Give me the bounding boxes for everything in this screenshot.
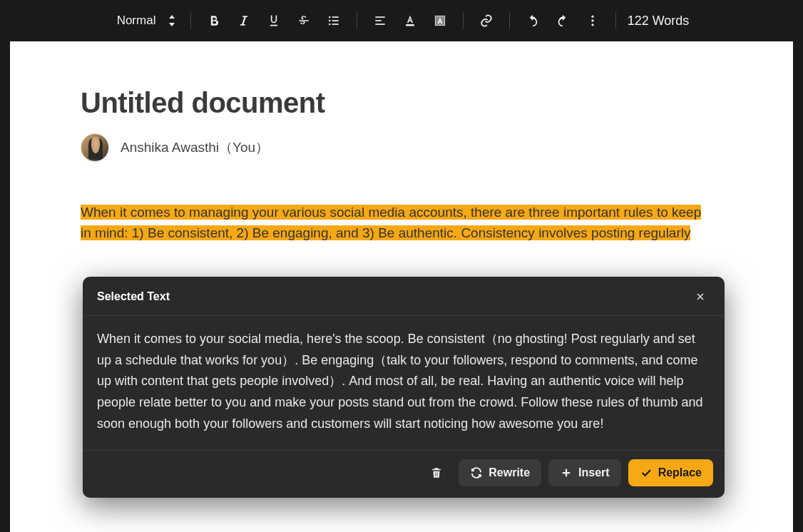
divider (615, 12, 616, 29)
bullet-list-button[interactable] (321, 8, 347, 34)
svg-point-2 (329, 24, 331, 26)
divider (509, 12, 510, 29)
bold-button[interactable] (201, 8, 227, 34)
svg-rect-3 (332, 16, 338, 18)
rewrite-label: Rewrite (489, 466, 530, 479)
plus-icon (560, 466, 573, 479)
selected-text-highlight[interactable]: in mind: 1) Be consistent, 2) Be engagin… (81, 225, 690, 240)
link-button[interactable] (474, 8, 499, 34)
underline-button[interactable] (261, 8, 287, 34)
close-icon (695, 291, 706, 302)
selected-text-popup: Selected Text When it comes to your soci… (83, 277, 725, 498)
style-select-group: Normal (106, 9, 188, 32)
trash-icon (430, 466, 443, 479)
author-avatar (81, 133, 109, 162)
svg-rect-5 (332, 24, 338, 25)
insert-button[interactable]: Insert (548, 459, 621, 486)
svg-rect-7 (375, 20, 381, 21)
svg-point-13 (591, 24, 593, 26)
divider (190, 12, 191, 29)
rewrite-button[interactable]: Rewrite (459, 459, 541, 486)
svg-rect-6 (375, 16, 384, 18)
word-count: 122 Words (619, 14, 698, 29)
delete-button[interactable] (421, 459, 451, 486)
close-button[interactable] (690, 287, 710, 307)
svg-rect-9 (406, 24, 414, 26)
document-title[interactable]: Untitled document (81, 87, 722, 119)
divider (357, 12, 357, 29)
paragraph-style-select[interactable]: Normal (113, 9, 180, 32)
document-page: Untitled document Anshika Awasthi（You） W… (10, 41, 793, 532)
redo-button[interactable] (550, 8, 576, 34)
check-icon (640, 466, 653, 479)
replace-label: Replace (658, 466, 702, 479)
svg-point-11 (591, 16, 593, 18)
author-name: Anshika Awasthi（You） (121, 138, 269, 157)
editor-toolbar: Normal (0, 0, 803, 41)
svg-point-1 (329, 20, 331, 22)
refresh-icon (470, 466, 483, 479)
document-body[interactable]: When it comes to managing your various s… (81, 202, 722, 244)
text-color-button[interactable] (397, 8, 423, 34)
selected-text-highlight[interactable]: When it comes to managing your various s… (81, 205, 701, 220)
popup-title: Selected Text (97, 290, 170, 303)
popup-suggestion-text: When it comes to your social media, here… (83, 316, 725, 450)
strikethrough-button[interactable] (291, 8, 317, 34)
more-options-button[interactable] (580, 8, 605, 34)
popup-footer: Rewrite Insert Replace (83, 450, 725, 498)
highlight-color-button[interactable] (427, 8, 453, 34)
svg-rect-8 (375, 24, 384, 25)
insert-label: Insert (578, 466, 610, 479)
author-row: Anshika Awasthi（You） (81, 133, 722, 162)
svg-point-12 (591, 19, 593, 21)
undo-button[interactable] (520, 8, 546, 34)
italic-button[interactable] (231, 8, 257, 34)
replace-button[interactable]: Replace (628, 459, 713, 486)
align-button[interactable] (367, 8, 393, 34)
svg-point-0 (329, 16, 331, 19)
svg-rect-4 (332, 20, 338, 21)
divider (463, 12, 464, 29)
